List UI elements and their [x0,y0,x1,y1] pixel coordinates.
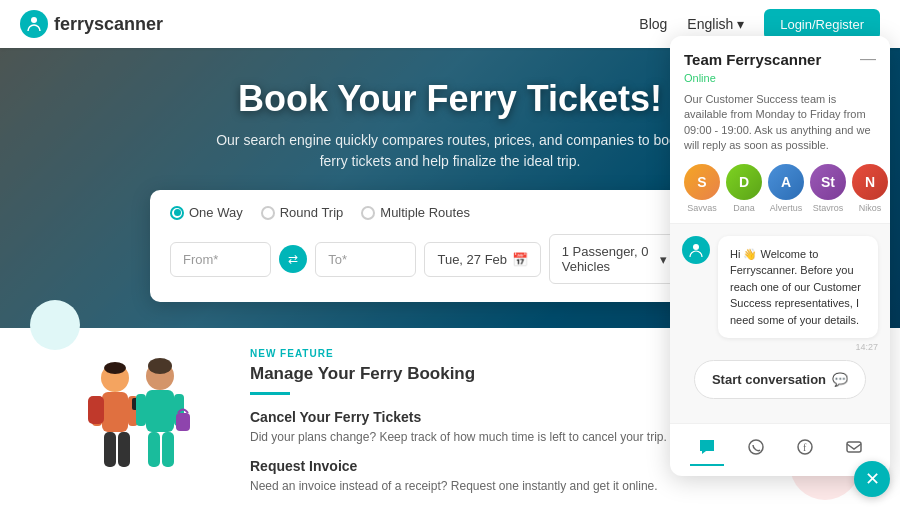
svg-text:f: f [803,442,807,453]
chat-widget: Team Ferryscanner — Online Our Customer … [670,36,890,476]
svg-rect-10 [146,390,174,432]
passengers-field[interactable]: 1 Passenger, 0 Vehicles ▾ [549,234,680,284]
round-trip-option[interactable]: Round Trip [261,205,344,220]
calendar-icon: 📅 [512,252,528,267]
hero-title: Book Your Ferry Tickets! [216,78,684,120]
decorative-circle-teal [30,300,80,350]
to-field[interactable]: To* [315,242,416,277]
multiple-routes-radio[interactable] [361,206,375,220]
avatar-image-stavros: St [810,164,846,200]
people-illustration [60,348,210,508]
chat-header-top: Team Ferryscanner — [684,50,876,68]
svg-rect-6 [118,432,130,467]
close-icon: ✕ [865,468,880,490]
avatar-stavros: St Stavros [810,164,846,213]
date-field[interactable]: Tue, 27 Feb 📅 [424,242,540,277]
chat-channel-facebook[interactable]: f [788,434,822,466]
avatar-image-alvertus: A [768,164,804,200]
multiple-routes-option[interactable]: Multiple Routes [361,205,470,220]
search-box: One Way Round Trip Multiple Routes From*… [150,190,750,302]
svg-point-18 [693,244,699,250]
avatar-dana: D Dana [726,164,762,213]
chat-bot-icon [682,236,710,264]
round-trip-radio[interactable] [261,206,275,220]
chat-bubble: Hi 👋 Welcome to Ferryscanner. Before you… [718,236,878,339]
chat-header: Team Ferryscanner — Online Our Customer … [670,36,890,224]
avatar-savvas: S Savvas [684,164,720,213]
logo[interactable]: ferryscanner [20,10,163,38]
chat-close-button[interactable]: ✕ [854,461,890,497]
svg-point-17 [104,362,126,374]
chat-channel-whatsapp[interactable] [739,434,773,466]
from-field[interactable]: From* [170,242,271,277]
svg-rect-13 [148,432,160,467]
hero-subtitle: Our search engine quickly compares route… [216,130,684,172]
logo-text: ferryscanner [54,14,163,35]
chat-icon: 💬 [832,372,848,387]
avatar-image-nikos: N [852,164,888,200]
swap-button[interactable]: ⇄ [279,245,307,273]
blog-link[interactable]: Blog [639,16,667,32]
svg-rect-22 [847,442,861,452]
chat-body: Hi 👋 Welcome to Ferryscanner. Before you… [670,224,890,424]
chat-bot-message: Hi 👋 Welcome to Ferryscanner. Before you… [682,236,878,353]
login-register-button[interactable]: Login/Register [764,9,880,40]
avatar-image-savvas: S [684,164,720,200]
svg-rect-5 [104,432,116,467]
svg-point-19 [749,440,763,454]
title-underline [250,392,290,395]
start-conversation-button[interactable]: Start conversation 💬 [694,360,866,399]
svg-rect-15 [176,413,190,431]
chat-message-content: Hi 👋 Welcome to Ferryscanner. Before you… [718,236,878,353]
logo-icon [20,10,48,38]
search-fields: From* ⇄ To* Tue, 27 Feb 📅 1 Passenger, 0… [170,234,730,284]
chat-channel-chat[interactable] [690,434,724,466]
svg-point-16 [148,358,172,374]
svg-rect-7 [88,396,104,424]
chat-minimize-button[interactable]: — [860,50,876,68]
svg-rect-11 [136,394,146,426]
avatar-nikos: N Nikos [852,164,888,213]
chat-online-status: Online [684,72,876,84]
svg-rect-2 [102,392,128,432]
svg-rect-14 [162,432,174,467]
chat-description: Our Customer Success team is available f… [684,92,876,154]
invoice-desc: Need an invoice instead of a receipt? Re… [250,477,840,495]
start-conversation-label: Start conversation [712,372,826,387]
illustration [60,348,210,509]
avatar-alvertus: A Alvertus [768,164,804,213]
language-selector[interactable]: English ▾ [687,16,744,32]
one-way-radio[interactable] [170,206,184,220]
chat-team-name: Team Ferryscanner [684,51,821,68]
chat-avatars: S Savvas D Dana A Alvertus St Sta [684,164,876,213]
avatar-image-dana: D [726,164,762,200]
trip-type-selector: One Way Round Trip Multiple Routes [170,205,730,220]
svg-point-0 [31,17,37,23]
chevron-down-icon: ▾ [660,252,667,267]
hero-content: Book Your Ferry Tickets! Our search engi… [216,78,684,172]
navbar-right: Blog English ▾ Login/Register [639,9,880,40]
chat-timestamp: 14:27 [718,342,878,352]
one-way-option[interactable]: One Way [170,205,243,220]
